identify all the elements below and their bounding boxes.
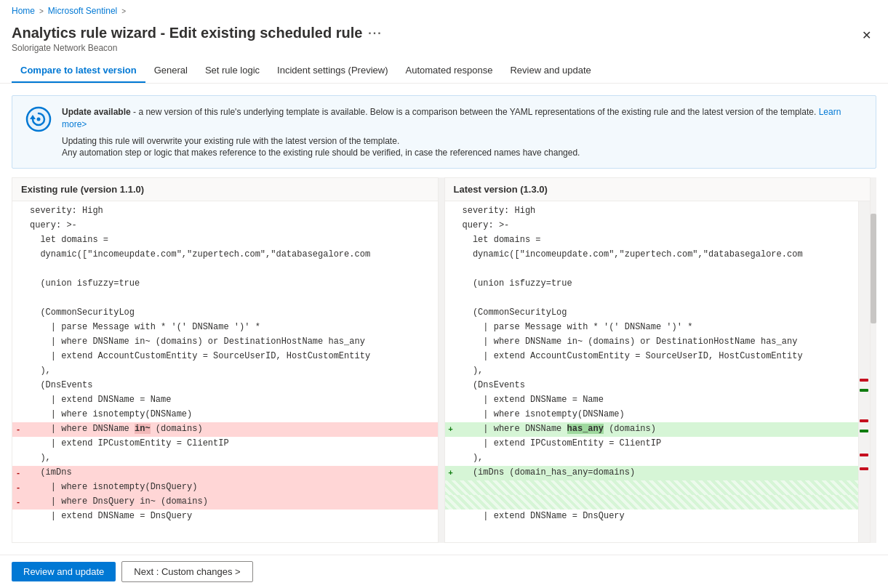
banner-title: Update available (62, 107, 131, 117)
update-banner: Update available - a new version of this… (12, 95, 876, 169)
diff-panel-right: Latest version (1.3.0) severity: High qu… (444, 177, 871, 543)
code-line (12, 291, 438, 306)
code-line: ), (12, 364, 438, 379)
tab-automated[interactable]: Automated response (397, 59, 502, 83)
bottom-bar: Review and update Next : Custom changes … (0, 555, 888, 588)
minimap-marker-del4 (860, 467, 868, 470)
diff-left-title: Existing rule (version 1.1.0) (12, 178, 438, 201)
code-line: | where DNSName in~ (domains) or Destina… (445, 335, 859, 350)
code-line: ), (445, 451, 859, 466)
code-line: | parse Message with * '(' DNSName ')' * (12, 321, 438, 335)
breadcrumb-sep2: > (121, 7, 126, 15)
code-line-deleted: - (imDns (12, 466, 438, 480)
minimap-marker-del3 (860, 454, 868, 456)
code-line-deleted: - | where isnotempty(DnsQuery) (12, 480, 438, 495)
diff-separator (439, 177, 444, 543)
code-line: | extend DNSName = Name (445, 393, 859, 408)
code-line: | extend AccountCustomEntity = SourceUse… (12, 350, 438, 364)
tab-bar: Compare to latest version General Set ru… (0, 59, 888, 84)
code-line-added: + (imDns (domain_has_any=domains) (445, 466, 859, 480)
code-line: (CommonSecurityLog (445, 306, 859, 321)
banner-note2: Any automation step or logic that makes … (62, 148, 580, 158)
diff-right-body[interactable]: severity: High query: >- let domains = d… (445, 201, 871, 542)
code-line-striped (445, 495, 859, 510)
header: Analytics rule wizard - Edit existing sc… (0, 22, 888, 59)
code-line: query: >- (445, 219, 859, 233)
diff-left-body[interactable]: severity: High query: >- let domains = d… (12, 201, 438, 542)
code-line: | where isnotempty(DNSName) (445, 408, 859, 422)
minimap-marker-add (860, 389, 868, 392)
breadcrumb: Home > Microsoft Sentinel > (0, 0, 888, 22)
code-line (445, 262, 859, 277)
code-line: (union isfuzzy=true (445, 277, 859, 291)
page-title: Analytics rule wizard - Edit existing sc… (12, 25, 383, 41)
code-line: (union isfuzzy=true (12, 277, 438, 291)
code-line: (DnsEvents (445, 379, 859, 393)
code-line: ), (445, 364, 859, 379)
minimap-marker-del2 (860, 419, 868, 422)
scrollbar-thumb[interactable] (871, 214, 876, 323)
code-line: dynamic(["incomeupdate.com","zupertech.c… (445, 248, 859, 262)
code-line: | extend DNSName = DnsQuery (445, 510, 859, 524)
close-button[interactable]: ✕ (856, 25, 876, 45)
code-line: let domains = (12, 233, 438, 248)
header-left: Analytics rule wizard - Edit existing sc… (12, 25, 383, 53)
code-line-deleted: - | where DnsQuery in~ (domains) (12, 495, 438, 510)
breadcrumb-sep1: > (39, 7, 44, 15)
code-line: dynamic(["incomeupdate.com","zupertech.c… (12, 248, 438, 262)
code-line-striped (445, 480, 859, 495)
diff-container: Existing rule (version 1.1.0) severity: … (12, 177, 876, 543)
tab-compare[interactable]: Compare to latest version (12, 59, 145, 83)
banner-note1: Updating this rule will overwrite your e… (62, 136, 399, 146)
code-line: | where DNSName in~ (domains) or Destina… (12, 335, 438, 350)
breadcrumb-home[interactable]: Home (12, 6, 35, 16)
banner-desc1: - a new version of this rule's underlyin… (131, 107, 817, 117)
code-line: | where isnotempty(DNSName) (12, 408, 438, 422)
code-line: ), (12, 451, 438, 466)
code-line: | extend AccountCustomEntity = SourceUse… (445, 350, 859, 364)
diff-panel-left: Existing rule (version 1.1.0) severity: … (12, 177, 439, 543)
review-update-button[interactable]: Review and update (12, 562, 116, 581)
code-left: severity: High query: >- let domains = d… (12, 201, 438, 527)
code-line (445, 291, 859, 306)
code-line: (DnsEvents (12, 379, 438, 393)
next-custom-changes-button[interactable]: Next : Custom changes > (121, 561, 252, 582)
title-dots[interactable]: ··· (368, 27, 382, 40)
minimap (858, 201, 870, 542)
code-line: | parse Message with * '(' DNSName ')' * (445, 321, 859, 335)
svg-point-2 (37, 118, 41, 121)
code-right: severity: High query: >- let domains = d… (445, 201, 859, 542)
code-line: let domains = (445, 233, 859, 248)
minimap-marker-add2 (860, 430, 868, 432)
tab-general[interactable]: General (145, 59, 196, 83)
code-line-deleted: - | where DNSName in~ (domains) (12, 422, 438, 437)
main-window: Home > Microsoft Sentinel > Analytics ru… (0, 0, 888, 588)
banner-text: Update available - a new version of this… (62, 105, 864, 159)
tab-setrulelogic[interactable]: Set rule logic (196, 59, 268, 83)
diff-right-title: Latest version (1.3.0) (445, 178, 871, 201)
banner-description: Update available - a new version of this… (62, 106, 864, 131)
tab-review[interactable]: Review and update (501, 59, 599, 83)
code-line: | extend IPCustomEntity = ClientIP (12, 437, 438, 451)
code-line: | extend DNSName = Name (12, 393, 438, 408)
code-line-added: + | where DNSName has_any (domains) (445, 422, 859, 437)
minimap-marker-del (860, 379, 868, 382)
code-line: query: >- (12, 219, 438, 233)
content-area: Update available - a new version of this… (0, 84, 888, 555)
code-line: (CommonSecurityLog (12, 306, 438, 321)
code-line: severity: High (445, 204, 859, 219)
banner-note: Updating this rule will overwrite your e… (62, 135, 864, 160)
scrollbar-track[interactable] (871, 177, 876, 543)
tab-incident[interactable]: Incident settings (Preview) (268, 59, 396, 83)
breadcrumb-sentinel[interactable]: Microsoft Sentinel (48, 6, 117, 16)
code-line: | extend IPCustomEntity = ClientIP (445, 437, 859, 451)
title-text: Analytics rule wizard - Edit existing sc… (12, 25, 362, 41)
code-line (12, 262, 438, 277)
update-icon (24, 105, 53, 134)
page-subtitle: Solorigate Network Beacon (12, 43, 383, 53)
code-line: | extend DNSName = DnsQuery (12, 510, 438, 524)
code-line: severity: High (12, 204, 438, 219)
